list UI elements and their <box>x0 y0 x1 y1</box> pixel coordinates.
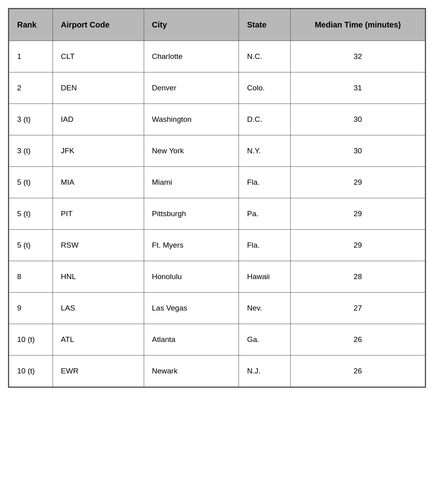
cell-state: Fla. <box>239 167 291 198</box>
cell-rank: 5 (t) <box>9 167 53 198</box>
cell-median-time: 31 <box>291 72 425 104</box>
cell-city: Charlotte <box>144 41 239 72</box>
cell-airport-code: HNL <box>53 261 144 293</box>
cell-rank: 8 <box>9 261 53 293</box>
header-state: State <box>239 9 291 41</box>
cell-city: New York <box>144 135 239 167</box>
cell-airport-code: IAD <box>53 104 144 135</box>
header-city: City <box>144 9 239 41</box>
cell-airport-code: PIT <box>53 198 144 230</box>
cell-city: Denver <box>144 72 239 104</box>
cell-city: Ft. Myers <box>144 230 239 261</box>
cell-median-time: 29 <box>291 167 425 198</box>
cell-rank: 3 (t) <box>9 104 53 135</box>
cell-state: Nev. <box>239 293 291 324</box>
cell-city: Atlanta <box>144 324 239 356</box>
cell-median-time: 32 <box>291 41 425 72</box>
cell-state: Pa. <box>239 198 291 230</box>
cell-rank: 9 <box>9 293 53 324</box>
cell-rank: 1 <box>9 41 53 72</box>
table-row: 5 (t)RSWFt. MyersFla.29 <box>9 230 425 261</box>
cell-median-time: 26 <box>291 356 425 387</box>
table-row: 10 (t)ATLAtlantaGa.26 <box>9 324 425 356</box>
table-header-row: Rank Airport Code City State Median Time… <box>9 9 425 41</box>
cell-airport-code: CLT <box>53 41 144 72</box>
cell-airport-code: EWR <box>53 356 144 387</box>
cell-rank: 5 (t) <box>9 198 53 230</box>
table-row: 3 (t)IADWashingtonD.C.30 <box>9 104 425 135</box>
cell-rank: 2 <box>9 72 53 104</box>
cell-median-time: 26 <box>291 324 425 356</box>
cell-state: N.C. <box>239 41 291 72</box>
cell-airport-code: DEN <box>53 72 144 104</box>
cell-median-time: 27 <box>291 293 425 324</box>
cell-airport-code: ATL <box>53 324 144 356</box>
header-median: Median Time (minutes) <box>291 9 425 41</box>
cell-median-time: 29 <box>291 230 425 261</box>
cell-city: Honolulu <box>144 261 239 293</box>
cell-median-time: 30 <box>291 135 425 167</box>
table-row: 8HNLHonoluluHawaii28 <box>9 261 425 293</box>
table-row: 1CLTCharlotteN.C.32 <box>9 41 425 72</box>
cell-state: Fla. <box>239 230 291 261</box>
cell-median-time: 29 <box>291 198 425 230</box>
cell-airport-code: MIA <box>53 167 144 198</box>
cell-state: Ga. <box>239 324 291 356</box>
cell-rank: 3 (t) <box>9 135 53 167</box>
cell-median-time: 30 <box>291 104 425 135</box>
cell-state: D.C. <box>239 104 291 135</box>
airport-table-container: Rank Airport Code City State Median Time… <box>8 8 426 388</box>
table-row: 10 (t)EWRNewarkN.J.26 <box>9 356 425 387</box>
cell-airport-code: LAS <box>53 293 144 324</box>
cell-city: Las Vegas <box>144 293 239 324</box>
cell-state: N.Y. <box>239 135 291 167</box>
table-row: 2DENDenverColo.31 <box>9 72 425 104</box>
cell-city: Pittsburgh <box>144 198 239 230</box>
header-code: Airport Code <box>53 9 144 41</box>
cell-city: Washington <box>144 104 239 135</box>
cell-state: Colo. <box>239 72 291 104</box>
cell-airport-code: JFK <box>53 135 144 167</box>
cell-median-time: 28 <box>291 261 425 293</box>
cell-rank: 5 (t) <box>9 230 53 261</box>
airport-table: Rank Airport Code City State Median Time… <box>9 9 425 387</box>
table-row: 3 (t)JFKNew YorkN.Y.30 <box>9 135 425 167</box>
cell-rank: 10 (t) <box>9 324 53 356</box>
table-row: 5 (t)PITPittsburghPa.29 <box>9 198 425 230</box>
cell-state: Hawaii <box>239 261 291 293</box>
cell-airport-code: RSW <box>53 230 144 261</box>
cell-city: Miami <box>144 167 239 198</box>
table-row: 9LASLas VegasNev.27 <box>9 293 425 324</box>
table-row: 5 (t)MIAMiamiFla.29 <box>9 167 425 198</box>
cell-city: Newark <box>144 356 239 387</box>
cell-rank: 10 (t) <box>9 356 53 387</box>
cell-state: N.J. <box>239 356 291 387</box>
header-rank: Rank <box>9 9 53 41</box>
